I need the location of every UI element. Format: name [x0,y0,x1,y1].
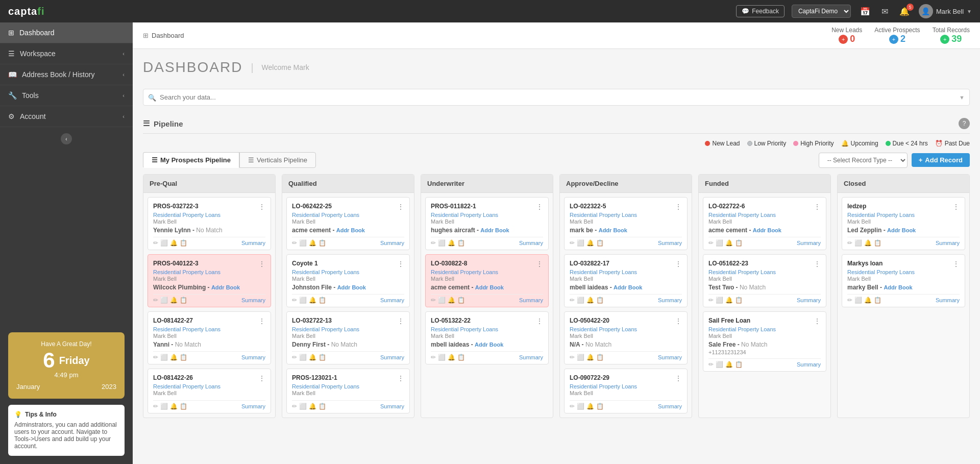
card-menu-button[interactable]: ⋮ [814,260,821,268]
card-menu-button[interactable]: ⋮ [397,317,404,325]
card-menu-button[interactable]: ⋮ [536,317,543,325]
bell-icon[interactable]: 🔔 [170,354,178,361]
edit-icon[interactable]: ✏ [708,361,714,368]
copy-icon[interactable]: ⬜ [299,239,307,247]
edit-icon[interactable]: ✏ [708,239,714,247]
bookmark-icon[interactable]: 📋 [874,239,881,247]
bell-icon[interactable]: 🔔 [725,239,733,247]
card-menu-button[interactable]: ⋮ [814,317,821,325]
bookmark-icon[interactable]: 📋 [180,354,187,361]
summary-link[interactable]: Summary [380,297,404,303]
summary-link[interactable]: Summary [658,240,682,246]
edit-icon[interactable]: ✏ [847,239,852,247]
bell-icon[interactable]: 🔔 [309,297,316,304]
edit-icon[interactable]: ✏ [570,239,575,247]
edit-icon[interactable]: ✏ [431,297,436,304]
copy-icon[interactable]: ⬜ [160,354,168,361]
bell-icon[interactable]: 🔔 [725,297,733,304]
pipeline-help-button[interactable]: ? [959,118,970,129]
bookmark-icon[interactable]: 📋 [596,354,604,361]
copy-icon[interactable]: ⬜ [160,239,168,247]
bookmark-icon[interactable]: 📋 [180,239,187,247]
sidebar-item-tools[interactable]: 🔧 Tools ‹ [0,85,133,106]
summary-link[interactable]: Summary [658,403,682,409]
user-menu[interactable]: 👤 Mark Bell ▼ [919,4,972,18]
edit-icon[interactable]: ✏ [153,403,158,410]
copy-icon[interactable]: ⬜ [299,403,307,410]
summary-link[interactable]: Summary [797,240,821,246]
summary-link[interactable]: Summary [936,240,960,246]
bell-icon[interactable]: 🔔 [448,354,455,361]
bell-icon[interactable]: 🔔 [864,239,872,247]
sidebar-item-dashboard[interactable]: ⊞ Dashboard [0,22,133,43]
bell-icon[interactable]: 🔔 [309,403,316,410]
bell-icon[interactable]: 🔔 [586,239,594,247]
summary-link[interactable]: Summary [241,297,265,303]
edit-icon[interactable]: ✏ [292,354,297,361]
bell-icon[interactable]: 🔔 [170,239,178,247]
sidebar-item-address-book[interactable]: 📖 Address Book / History ‹ [0,64,133,85]
summary-link[interactable]: Summary [519,240,543,246]
summary-link[interactable]: Summary [658,354,682,360]
card-menu-button[interactable]: ⋮ [675,203,682,211]
mail-button[interactable]: ✉ [879,5,890,18]
bell-icon[interactable]: 🔔 [309,354,316,361]
bell-icon[interactable]: 🔔 [170,403,178,410]
copy-icon[interactable]: ⬜ [716,239,723,247]
bookmark-icon[interactable]: 📋 [735,297,743,304]
copy-icon[interactable]: ⬜ [854,239,862,247]
bell-icon[interactable]: 🔔 [309,239,316,247]
notifications-button[interactable]: 🔔 5 [897,5,912,18]
bell-icon[interactable]: 🔔 [586,354,594,361]
bookmark-icon[interactable]: 📋 [596,239,604,247]
copy-icon[interactable]: ⬜ [438,297,446,304]
card-menu-button[interactable]: ⋮ [258,260,265,268]
bell-icon[interactable]: 🔔 [448,297,455,304]
bell-icon[interactable]: 🔔 [448,239,455,247]
sidebar-item-account[interactable]: ⚙ Account ‹ [0,106,133,127]
edit-icon[interactable]: ✏ [292,403,297,410]
tab-verticals[interactable]: ☰ Verticals Pipeline [239,152,316,168]
copy-icon[interactable]: ⬜ [160,297,168,304]
card-menu-button[interactable]: ⋮ [814,203,821,211]
bookmark-icon[interactable]: 📋 [180,403,187,410]
bookmark-icon[interactable]: 📋 [735,239,743,247]
edit-icon[interactable]: ✏ [292,239,297,247]
summary-link[interactable]: Summary [241,354,265,360]
bell-icon[interactable]: 🔔 [586,297,594,304]
add-record-button[interactable]: + Add Record [912,153,970,167]
edit-icon[interactable]: ✏ [847,297,852,304]
select-record-type[interactable]: -- Select Record Type -- Lead Priority H… [819,153,908,168]
card-menu-button[interactable]: ⋮ [397,260,404,268]
summary-link[interactable]: Summary [380,240,404,246]
bookmark-icon[interactable]: 📋 [596,297,604,304]
bell-icon[interactable]: 🔔 [170,297,178,304]
bookmark-icon[interactable]: 📋 [596,403,604,410]
card-menu-button[interactable]: ⋮ [952,260,960,268]
bookmark-icon[interactable]: 📋 [180,297,187,304]
card-menu-button[interactable]: ⋮ [675,317,682,325]
summary-link[interactable]: Summary [380,403,404,409]
bookmark-icon[interactable]: 📋 [874,297,881,304]
summary-link[interactable]: Summary [519,297,543,303]
card-menu-button[interactable]: ⋮ [675,374,682,382]
feedback-button[interactable]: 💬 Feedback [736,5,785,17]
bookmark-icon[interactable]: 📋 [318,297,326,304]
card-menu-button[interactable]: ⋮ [397,374,404,382]
copy-icon[interactable]: ⬜ [299,354,307,361]
card-menu-button[interactable]: ⋮ [536,260,543,268]
card-menu-button[interactable]: ⋮ [952,203,960,211]
edit-icon[interactable]: ✏ [153,239,158,247]
summary-link[interactable]: Summary [936,297,960,303]
copy-icon[interactable]: ⬜ [716,361,723,368]
edit-icon[interactable]: ✏ [708,297,714,304]
card-menu-button[interactable]: ⋮ [675,260,682,268]
bell-icon[interactable]: 🔔 [864,297,872,304]
summary-link[interactable]: Summary [797,297,821,303]
summary-link[interactable]: Summary [241,403,265,409]
edit-icon[interactable]: ✏ [153,354,158,361]
copy-icon[interactable]: ⬜ [438,239,446,247]
copy-icon[interactable]: ⬜ [716,297,723,304]
copy-icon[interactable]: ⬜ [577,239,584,247]
edit-icon[interactable]: ✏ [570,354,575,361]
